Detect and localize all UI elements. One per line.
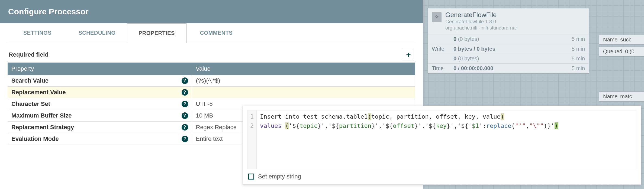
tab-properties[interactable]: PROPERTIES (127, 23, 186, 43)
property-name: Replacement Value (11, 89, 66, 96)
set-empty-string-label: Set empty string (258, 173, 301, 180)
processor-type-icon: ✧ (432, 12, 442, 22)
property-name: Maximum Buffer Size (11, 112, 72, 119)
stat-time: 5 min (572, 56, 585, 62)
processor-stats-rows: 0 (0 bytes)5 minWrite0 bytes / 0 bytes 5… (428, 34, 589, 73)
stat-value: 0 / 00:00:00.000 (453, 65, 493, 71)
dialog-title: Configure Processor (0, 0, 423, 23)
processor-stat-row: 0 (0 bytes)5 min (428, 54, 589, 64)
plus-icon: + (406, 50, 411, 59)
property-name-cell: Evaluation Mode? (8, 133, 192, 145)
code-content[interactable]: Insert into test_schema.table1(topic, pa… (257, 110, 561, 169)
processor-subtitle-bundle: org.apache.nifi - nifi-standard-nar (445, 25, 517, 31)
stat-time: 5 min (572, 46, 585, 52)
tab-scheduling[interactable]: SCHEDULING (67, 23, 127, 43)
stat-value: 0 (0 bytes) (453, 36, 479, 42)
processor-stat-row: Write0 bytes / 0 bytes 5 min (428, 44, 589, 54)
processor-card[interactable]: ✧ GenerateFlowFile GenerateFlowFile 1.8.… (428, 8, 589, 73)
help-icon[interactable]: ? (182, 136, 188, 142)
stat-label: Time (432, 65, 451, 71)
stat-label: Write (432, 46, 451, 52)
property-name: Replacement Strategy (11, 124, 74, 131)
help-icon[interactable]: ? (182, 89, 188, 96)
column-header-property: Property (8, 63, 192, 75)
dialog-tabs: SETTINGSSCHEDULINGPROPERTIESCOMMENTS (8, 23, 415, 43)
value-editor-popup: 12 Insert into test_schema.table1(topic,… (243, 106, 641, 185)
connection-label-value: succ (620, 37, 631, 43)
column-header-value: Value (192, 63, 415, 75)
property-row[interactable]: Search Value?(?s)(^.*$) (8, 75, 415, 87)
property-row[interactable]: Replacement Value? (8, 87, 415, 98)
connection-label-value: 0 (0 (625, 48, 634, 55)
stat-label (432, 56, 451, 62)
help-icon[interactable]: ? (182, 124, 188, 131)
property-name: Evaluation Mode (11, 135, 59, 142)
code-editor[interactable]: 12 Insert into test_schema.table1(topic,… (247, 110, 636, 169)
property-name-cell: Character Set? (8, 98, 192, 110)
set-empty-string-checkbox[interactable] (248, 174, 254, 180)
connection-label-box[interactable]: Namesucc (599, 35, 644, 45)
add-property-button[interactable]: + (403, 49, 414, 60)
tab-settings[interactable]: SETTINGS (8, 23, 67, 43)
connection-label-key: Name (603, 93, 617, 100)
property-name: Search Value (11, 77, 49, 84)
stat-label (432, 36, 451, 42)
processor-header: ✧ GenerateFlowFile GenerateFlowFile 1.8.… (428, 8, 589, 34)
stat-value: 0 bytes / 0 bytes (453, 46, 495, 52)
processor-stat-row: 0 (0 bytes)5 min (428, 34, 589, 44)
connection-label-key: Queued (603, 48, 622, 55)
property-name: Character Set (11, 100, 50, 107)
help-icon[interactable]: ? (182, 77, 188, 84)
required-field-label: Required field (9, 51, 49, 58)
line-number: 1 (250, 112, 254, 121)
processor-title: GenerateFlowFile (445, 11, 517, 19)
processor-subtitle-version: GenerateFlowFile 1.8.0 (445, 19, 517, 25)
code-gutter: 12 (247, 110, 257, 169)
connection-label-box[interactable]: Queued0 (0 (599, 47, 644, 57)
help-icon[interactable]: ? (182, 101, 188, 107)
property-value-cell[interactable] (192, 87, 415, 98)
connection-label-key: Name (603, 37, 617, 43)
property-name-cell: Replacement Value? (8, 87, 192, 98)
property-name-cell: Search Value? (8, 75, 192, 87)
tab-comments[interactable]: COMMENTS (186, 23, 246, 43)
connection-label-box[interactable]: Namematc (599, 92, 644, 102)
property-value-cell[interactable]: (?s)(^.*$) (192, 75, 415, 87)
property-name-cell: Replacement Strategy? (8, 122, 192, 133)
connection-label-value: matc (620, 93, 632, 100)
stat-time: 5 min (572, 36, 585, 42)
line-number: 2 (250, 121, 254, 131)
stat-value: 0 (0 bytes) (453, 56, 479, 62)
processor-stat-row: Time0 / 00:00:00.000 5 min (428, 64, 589, 73)
property-name-cell: Maximum Buffer Size? (8, 110, 192, 122)
stat-time: 5 min (572, 65, 585, 71)
help-icon[interactable]: ? (182, 112, 188, 119)
